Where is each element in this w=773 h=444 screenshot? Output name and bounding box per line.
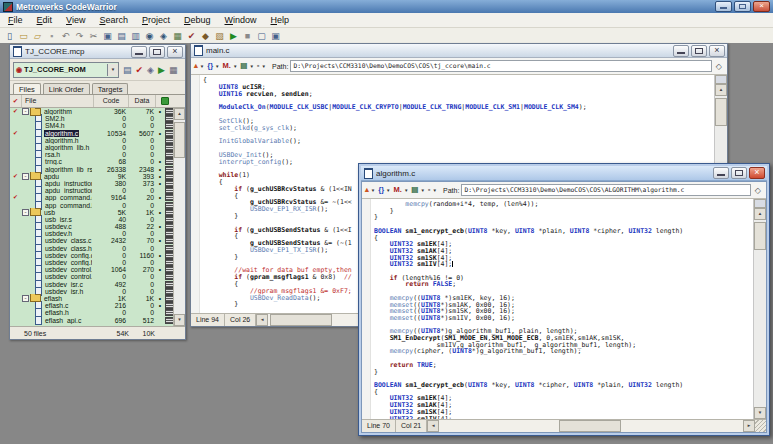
dropdown-arrow-icon[interactable]: ▼: [215, 64, 219, 69]
dropdown-arrow-icon[interactable]: ▼: [262, 64, 266, 69]
braces-popup-icon[interactable]: {}: [378, 186, 384, 194]
algorithm-path-field[interactable]: D:\Projects\CCM3310\Demo\DemoCOS\COS\ALG…: [461, 184, 750, 196]
undo-icon[interactable]: ↶: [59, 30, 72, 43]
dropdown-arrow-icon[interactable]: ▼: [404, 188, 408, 193]
algorithm-titlebar[interactable]: algorithm.c: [361, 166, 767, 181]
new-folder-icon[interactable]: ▧: [213, 30, 226, 43]
dropdown-arrow-icon[interactable]: ▼: [249, 64, 253, 69]
main-titlebar[interactable]: main.c: [191, 44, 727, 58]
algorithm-scroll-down-button[interactable]: [754, 407, 766, 419]
main-scroll-up-button[interactable]: [715, 84, 727, 96]
project-settings-icon[interactable]: ▦: [169, 64, 178, 76]
project-maximize-button[interactable]: [149, 46, 165, 58]
project-close-button[interactable]: [167, 46, 183, 58]
check-syntax-icon[interactable]: ✔: [185, 30, 198, 43]
main-close-button[interactable]: [709, 45, 725, 57]
algorithm-resize-grip[interactable]: [755, 420, 766, 432]
tree-row[interactable]: ✔-algorithm36K7K•: [10, 108, 185, 115]
run-icon[interactable]: ▶: [158, 64, 165, 76]
make-icon[interactable]: ◆: [199, 30, 212, 43]
dropdown-arrow-icon[interactable]: ▼: [420, 188, 424, 193]
touched-column-marker-icon[interactable]: ✔: [10, 95, 22, 107]
target-dropdown-button[interactable]: ▼: [107, 64, 118, 76]
column-file[interactable]: File: [22, 95, 94, 107]
main-minimize-button[interactable]: [673, 45, 689, 57]
tree-row[interactable]: eflash_api.c696512: [10, 316, 185, 323]
find-next-icon[interactable]: ◈: [157, 30, 170, 43]
dropdown-arrow-icon[interactable]: ▼: [371, 188, 375, 193]
markers-popup-icon[interactable]: M.: [394, 186, 402, 194]
add-to-project-icon[interactable]: ▦: [171, 30, 184, 43]
algorithm-scrollbar-thumb[interactable]: [754, 222, 766, 250]
menu-debug[interactable]: Debug: [177, 15, 218, 25]
new-file-icon[interactable]: ▯: [3, 30, 16, 43]
main-breakpoint-gutter[interactable]: [191, 75, 200, 313]
menu-window[interactable]: Window: [218, 15, 264, 25]
open-folder-icon[interactable]: ▭: [17, 30, 30, 43]
split-pane-icon[interactable]: ◇: [716, 62, 722, 71]
tab-link-order[interactable]: Link Order: [43, 83, 90, 94]
project-window[interactable]: TJ_CCORE.mcp ◉ TJ_CCORE_ROM ▼ ▤✔◈▶▦ File…: [9, 44, 186, 340]
algorithm-split-handle[interactable]: [754, 199, 766, 208]
tab-targets[interactable]: Targets: [92, 83, 129, 94]
project-scrollbar[interactable]: [173, 108, 185, 326]
main-hscrollbar-thumb[interactable]: [270, 314, 332, 326]
main-col-indicator[interactable]: Col 26: [225, 314, 256, 326]
file-state-icon[interactable]: ▤: [240, 62, 247, 70]
app-maximize-button[interactable]: [734, 1, 751, 12]
column-code[interactable]: Code: [94, 95, 129, 107]
main-scrollbar-thumb[interactable]: [715, 98, 727, 126]
tree-row[interactable]: ✔-apdu9K393•: [10, 173, 185, 180]
dropdown-arrow-icon[interactable]: ▼: [233, 64, 237, 69]
algorithm-horizontal-scrollbar[interactable]: [427, 420, 755, 432]
algorithm-code-area[interactable]: memcpy(random+i*4, temp, (len%4)); }} BO…: [371, 199, 753, 419]
menu-project[interactable]: Project: [135, 15, 177, 25]
dropdown-arrow-icon[interactable]: ▼: [433, 188, 437, 193]
algorithm-maximize-button[interactable]: [731, 167, 747, 179]
dropdown-arrow-icon[interactable]: ▼: [386, 188, 390, 193]
main-path-field[interactable]: D:\Projects\CCM3310\Demo\DemoCOS\COS\tj_…: [290, 60, 711, 72]
algorithm-line-indicator[interactable]: Line 70: [362, 420, 396, 432]
main-scroll-left-button[interactable]: [256, 314, 268, 326]
algorithm-scroll-left-button[interactable]: [427, 420, 439, 432]
file-state-icon[interactable]: ▤: [411, 186, 418, 194]
algorithm-close-button[interactable]: [749, 167, 765, 179]
algorithm-scroll-right-button[interactable]: [743, 420, 755, 432]
project-scrollbar-thumb[interactable]: [174, 122, 185, 158]
tree-column-header[interactable]: ✔ File Code Data: [10, 95, 185, 108]
app-minimize-button[interactable]: [715, 1, 732, 12]
make-icon[interactable]: ▤: [123, 64, 132, 76]
tree-row[interactable]: -usb5K1K•: [10, 209, 185, 216]
doc1-icon[interactable]: ▢: [255, 30, 268, 43]
dropdown-arrow-icon[interactable]: ▼: [200, 64, 204, 69]
menu-view[interactable]: View: [59, 15, 92, 25]
algorithm-vertical-scrollbar[interactable]: [753, 199, 766, 419]
editor-window-algorithm[interactable]: algorithm.c ▴▼{}▼M.▼▤▼▪▼ Path: D:\Projec…: [358, 163, 770, 436]
stop-icon[interactable]: ■: [241, 30, 254, 43]
redo-icon[interactable]: ↷: [73, 30, 86, 43]
target-selector[interactable]: ◉ TJ_CCORE_ROM ▼: [13, 62, 119, 78]
main-split-handle[interactable]: [715, 75, 727, 84]
menu-file[interactable]: File: [1, 15, 30, 25]
cut-icon[interactable]: ✂: [87, 30, 100, 43]
main-maximize-button[interactable]: [691, 45, 707, 57]
app-close-button[interactable]: [753, 1, 770, 12]
open-file-icon[interactable]: ▱: [31, 30, 44, 43]
doc2-icon[interactable]: ▣: [269, 30, 282, 43]
tree-row[interactable]: -eflash1K1K•: [10, 295, 185, 302]
find-icon[interactable]: ◉: [143, 30, 156, 43]
project-minimize-button[interactable]: [131, 46, 147, 58]
algorithm-breakpoint-gutter[interactable]: [362, 199, 371, 419]
run-icon[interactable]: ▶: [227, 30, 240, 43]
project-scroll-up-button[interactable]: [174, 108, 185, 120]
lock-icon[interactable]: ▪: [428, 186, 431, 194]
split-pane-icon[interactable]: ◇: [755, 186, 761, 195]
project-scroll-down-button[interactable]: [174, 314, 185, 326]
source-flame-icon[interactable]: ▴: [365, 186, 369, 194]
project-window-titlebar[interactable]: TJ_CCORE.mcp: [10, 45, 185, 59]
menu-help[interactable]: Help: [264, 15, 297, 25]
main-line-indicator[interactable]: Line 94: [191, 314, 225, 326]
paste-icon[interactable]: ▤: [115, 30, 128, 43]
column-touch[interactable]: [156, 95, 174, 107]
algorithm-hscrollbar-thumb[interactable]: [559, 420, 621, 432]
